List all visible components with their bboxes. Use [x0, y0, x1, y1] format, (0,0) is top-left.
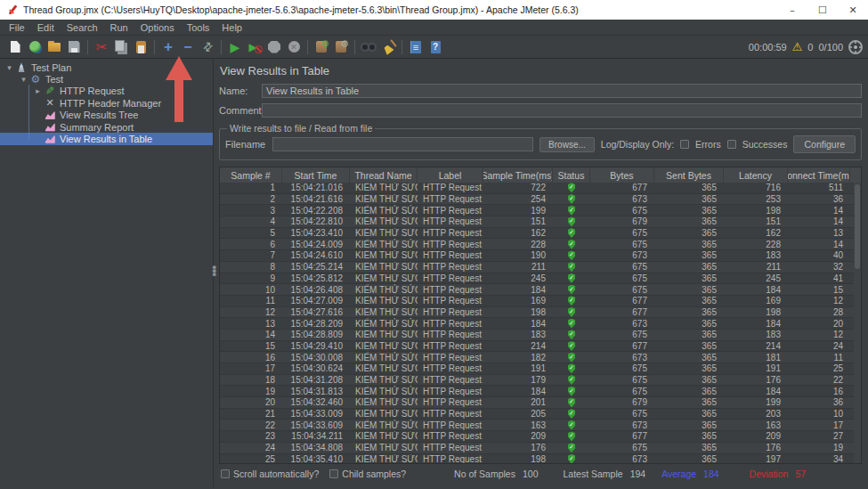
- menu-help[interactable]: Help: [215, 22, 248, 33]
- successes-checkbox[interactable]: [727, 140, 736, 149]
- table-row[interactable]: 1315:04:28.209KIỂM THỬ SỨC C...HTTP Requ…: [220, 318, 861, 330]
- table-row[interactable]: 1715:04:30.624KIỂM THỬ SỨC C...HTTP Requ…: [220, 363, 861, 375]
- splitter-handle[interactable]: ●●●: [212, 265, 216, 276]
- copy-icon[interactable]: [111, 38, 131, 56]
- child-samples-checkbox[interactable]: [329, 469, 338, 478]
- templates-icon[interactable]: [25, 38, 45, 56]
- remote-start-all-icon[interactable]: [312, 38, 331, 56]
- menu-edit[interactable]: Edit: [31, 22, 61, 33]
- table-row[interactable]: 1915:04:31.813KIỂM THỬ SỨC C...HTTP Requ…: [220, 386, 861, 397]
- success-shield-icon: [568, 262, 576, 272]
- configure-button[interactable]: Configure: [793, 135, 856, 153]
- table-row[interactable]: 2015:04:32.460KIỂM THỬ SỨC C...HTTP Requ…: [220, 397, 861, 409]
- success-shield-icon: [568, 183, 576, 192]
- table-row[interactable]: 2315:04:34.211KIỂM THỬ SỨC C...HTTP Requ…: [220, 431, 861, 443]
- start-no-timers-icon[interactable]: [245, 38, 264, 56]
- tree-item-summary-report[interactable]: Summary Report: [0, 121, 213, 133]
- save-icon[interactable]: [64, 38, 84, 56]
- tree-expander[interactable]: ▾: [4, 63, 15, 72]
- column-header-start-time[interactable]: Start Time: [282, 167, 350, 183]
- cell: 214: [724, 341, 788, 352]
- collapse-icon[interactable]: [178, 38, 198, 56]
- cut-icon[interactable]: [92, 38, 111, 56]
- thread-group-icon: [29, 74, 42, 86]
- remote-stop-all-icon[interactable]: [331, 38, 351, 56]
- menu-search[interactable]: Search: [61, 22, 104, 33]
- tree-expander[interactable]: ▾: [18, 75, 29, 84]
- maximize-button[interactable]: ☐: [807, 0, 838, 20]
- name-input[interactable]: [262, 84, 862, 98]
- table-row[interactable]: 1015:04:26.408KIỂM THỬ SỨC C...HTTP Requ…: [220, 284, 861, 296]
- table-scrollbar-thumb[interactable]: [855, 184, 860, 269]
- cell: 365: [654, 454, 724, 464]
- menu-run[interactable]: Run: [104, 22, 134, 33]
- column-header-thread-name[interactable]: Thread Name: [350, 167, 418, 183]
- table-row[interactable]: 1515:04:29.410KIỂM THỬ SỨC C...HTTP Requ…: [220, 341, 861, 353]
- menu-file[interactable]: File: [3, 22, 31, 33]
- table-row[interactable]: 715:04:24.610KIỂM THỬ SỨC C...HTTP Reque…: [220, 250, 861, 262]
- minimize-button[interactable]: –: [777, 0, 807, 20]
- column-header-sample-[interactable]: Sample #: [220, 167, 282, 183]
- cell: KIỂM THỬ SỨC C...: [350, 284, 418, 295]
- status-cell: [553, 330, 590, 340]
- table-row[interactable]: 1615:04:30.008KIỂM THỬ SỨC C...HTTP Requ…: [220, 352, 861, 363]
- scroll-automatically-checkbox[interactable]: [221, 469, 230, 478]
- open-icon[interactable]: [45, 38, 64, 56]
- table-row[interactable]: 2415:04:34.808KIỂM THỬ SỨC C...HTTP Requ…: [220, 443, 861, 454]
- table-row[interactable]: 1115:04:27.009KIỂM THỬ SỨC C...HTTP Requ…: [220, 296, 861, 307]
- column-header-sent-bytes[interactable]: Sent Bytes: [654, 167, 724, 183]
- table-row[interactable]: 315:04:22.208KIỂM THỬ SỨC C...HTTP Reque…: [220, 205, 861, 216]
- new-file-icon[interactable]: [5, 38, 25, 56]
- cell: HTTP Request: [418, 420, 483, 430]
- filename-input[interactable]: [272, 137, 533, 151]
- clear-all-icon[interactable]: [378, 38, 398, 56]
- help-icon[interactable]: [426, 38, 445, 56]
- table-row[interactable]: 415:04:22.810KIỂM THỬ SỨC C...HTTP Reque…: [220, 216, 861, 228]
- remote-indicator-icon[interactable]: [848, 40, 863, 54]
- tree-item-label: HTTP Request: [60, 86, 125, 96]
- cell: 365: [654, 363, 724, 374]
- cell: HTTP Request: [418, 318, 483, 329]
- menu-options[interactable]: Options: [134, 22, 181, 33]
- column-header-label[interactable]: Label: [418, 167, 483, 183]
- search-icon[interactable]: [359, 38, 378, 56]
- start-icon[interactable]: [225, 38, 245, 56]
- cell: 40: [788, 250, 850, 261]
- column-header-latency[interactable]: Latency: [724, 167, 788, 183]
- tree-item-view-results-in-table[interactable]: View Results in Table: [0, 133, 213, 144]
- table-row[interactable]: 2515:04:35.410KIỂM THỬ SỨC C...HTTP Requ…: [220, 454, 861, 464]
- table-row[interactable]: 915:04:25.812KIỂM THỬ SỨC C...HTTP Reque…: [220, 273, 861, 285]
- column-header-bytes[interactable]: Bytes: [590, 167, 654, 183]
- warning-icon[interactable]: ⚠: [792, 40, 803, 53]
- table-row[interactable]: 615:04:24.009KIỂM THỬ SỨC C...HTTP Reque…: [220, 239, 861, 250]
- table-row[interactable]: 1215:04:27.616KIỂM THỬ SỨC C...HTTP Requ…: [220, 307, 861, 319]
- toolbar-separator: [221, 40, 222, 54]
- table-row[interactable]: 2115:04:33.009KIỂM THỬ SỨC C...HTTP Requ…: [220, 409, 861, 420]
- browse-button[interactable]: Browse...: [539, 137, 595, 152]
- success-shield-icon: [568, 296, 576, 306]
- table-row[interactable]: 215:04:21.616KIỂM THỬ SỨC C...HTTP Reque…: [220, 194, 861, 206]
- cell: 20: [220, 397, 282, 408]
- column-header-sample-time-ms-[interactable]: Sample Time(ms): [483, 167, 553, 183]
- table-row[interactable]: 815:04:25.214KIỂM THỬ SỨC C...HTTP Reque…: [220, 262, 861, 273]
- function-helper-icon[interactable]: [406, 38, 426, 56]
- window-title: Thread Group.jmx (C:\Users\HuyTQ\Desktop…: [23, 4, 777, 15]
- table-row[interactable]: 1815:04:31.208KIỂM THỬ SỨC C...HTTP Requ…: [220, 375, 861, 387]
- table-scrollbar[interactable]: [854, 183, 861, 463]
- table-row[interactable]: 1415:04:28.809KIỂM THỬ SỨC C...HTTP Requ…: [220, 330, 861, 341]
- comments-input[interactable]: [262, 103, 862, 118]
- tree-expander[interactable]: ▸: [32, 86, 44, 95]
- table-row[interactable]: 515:04:23.410KIỂM THỬ SỨC C...HTTP Reque…: [220, 228, 861, 240]
- comments-label: Comments:: [219, 105, 262, 116]
- expand-icon[interactable]: [158, 38, 178, 56]
- paste-icon[interactable]: [131, 38, 150, 56]
- cell: 7: [220, 250, 282, 261]
- table-row[interactable]: 115:04:21.016KIỂM THỬ SỨC C...HTTP Reque…: [220, 183, 861, 194]
- toggle-icon[interactable]: [198, 38, 217, 56]
- table-row[interactable]: 2215:04:33.609KIỂM THỬ SỨC C...HTTP Requ…: [220, 420, 861, 431]
- errors-checkbox[interactable]: [680, 140, 689, 149]
- column-header-connect-time-ms-[interactable]: Connect Time(ms): [788, 167, 850, 183]
- menu-tools[interactable]: Tools: [181, 22, 216, 33]
- close-button[interactable]: ✕: [838, 0, 868, 20]
- column-header-status[interactable]: Status: [553, 167, 590, 183]
